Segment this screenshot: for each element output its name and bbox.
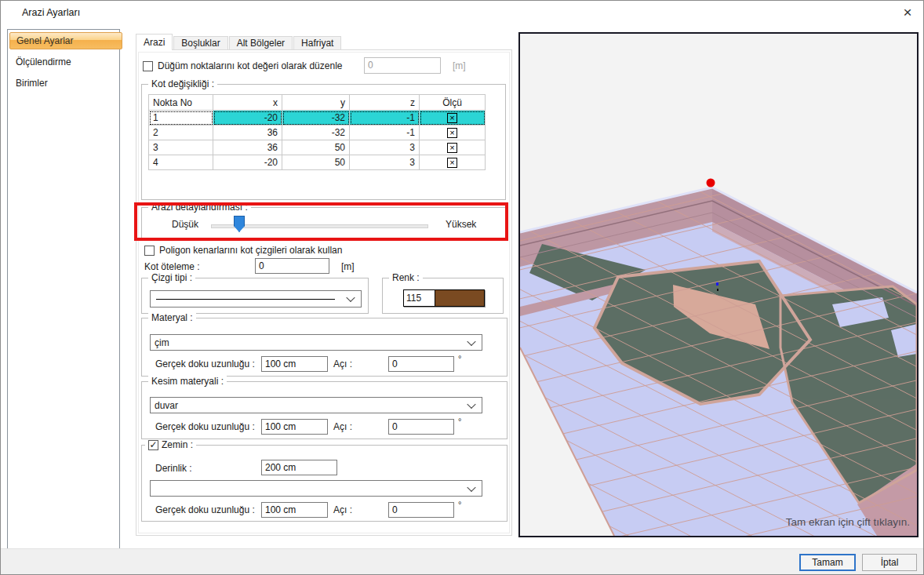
ground-checkbox[interactable]: ✓: [148, 440, 158, 450]
cut-material-value: duvar: [155, 400, 178, 411]
cut-angle-label: Açı :: [333, 421, 352, 432]
material-texture-length-label: Gerçek doku uzunluğu :: [155, 358, 255, 369]
material-angle-input[interactable]: 0: [388, 356, 454, 372]
ground-group: ✓ Zemin : Derinlik : 200 cm Gerçek doku …: [141, 445, 507, 522]
tab-alt-bolgeler[interactable]: Alt Bölgeler: [229, 36, 293, 50]
node-elevation-input[interactable]: 0: [364, 57, 441, 74]
node-elevation-unit: [m]: [453, 60, 466, 71]
depth-input[interactable]: 200 cm: [261, 460, 337, 475]
terrain-detail-group: Arazi detaylandırması : Düşük Yüksek: [141, 207, 506, 239]
node-elevation-label: Düğüm noktalarını kot değeri olarak düze…: [158, 60, 342, 71]
chevron-down-icon: [467, 337, 475, 345]
olcu-checkbox[interactable]: ×: [447, 158, 457, 168]
color-index[interactable]: 115: [404, 290, 435, 306]
color-title: Renk :: [389, 272, 423, 283]
material-combo[interactable]: çim: [150, 334, 482, 351]
material-angle-label: Açı :: [333, 358, 352, 369]
tab-page-arazi: Düğüm noktalarını kot değeri olarak düze…: [136, 49, 512, 536]
col-olcu: Ölçü: [420, 95, 486, 111]
offset-unit: [m]: [341, 261, 355, 272]
black-point-marker: [717, 289, 718, 291]
table-row[interactable]: 1-20-32-1 ×: [149, 111, 486, 126]
tab-bar: Arazi Boşluklar Alt Bölgeler Hafriyat: [136, 35, 342, 50]
dialog-title: Arazi Ayarları: [22, 7, 80, 18]
material-group: Materyal : çim Gerçek doku uzunluğu : 10…: [141, 318, 507, 377]
terrain-3d-scene: Tam ekran için çift tıklayın.: [520, 34, 917, 536]
settings-category-list: Genel Ayarlar Ölçülendirme Birimler: [7, 29, 120, 549]
depth-label: Derinlik :: [155, 463, 192, 474]
ground-material-combo[interactable]: [150, 480, 482, 497]
dialog-footer: [1, 548, 923, 575]
ground-title: Zemin :: [162, 439, 193, 450]
chevron-down-icon: [467, 399, 475, 408]
ground-texture-length-label: Gerçek doku uzunluğu :: [155, 504, 255, 515]
line-type-title: Çizgi tipi :: [148, 272, 195, 283]
tab-arazi[interactable]: Arazi: [136, 34, 173, 50]
chevron-down-icon: [346, 293, 355, 302]
elevation-change-group: Kot değişikliği : Nokta No x y z Ölçü 1-…: [141, 84, 506, 200]
cut-material-combo[interactable]: duvar: [150, 397, 482, 413]
chevron-down-icon: [467, 482, 475, 491]
cut-angle-input[interactable]: 0: [388, 419, 454, 435]
offset-input[interactable]: 0: [255, 258, 329, 274]
cut-material-group: Kesim materyali : duvar Gerçek doku uzun…: [141, 381, 507, 439]
tab-hafriyat[interactable]: Hafriyat: [293, 36, 341, 50]
col-y: y: [282, 95, 350, 111]
olcu-checkbox[interactable]: ×: [447, 113, 457, 123]
elevation-table[interactable]: Nokta No x y z Ölçü 1-20-32-1 × 236-32-1…: [148, 94, 486, 170]
material-degree-sign: °: [458, 354, 461, 363]
sidebar-item-birimler[interactable]: Birimler: [9, 75, 122, 92]
olcu-checkbox[interactable]: ×: [447, 143, 457, 153]
ground-angle-input[interactable]: 0: [388, 502, 454, 518]
color-picker[interactable]: 115: [403, 289, 485, 307]
node-elevation-checkbox[interactable]: [143, 61, 153, 71]
col-x: x: [213, 95, 282, 111]
elevation-change-title: Kot değişikliği :: [148, 78, 217, 89]
col-nokta-no: Nokta No: [149, 95, 213, 111]
sidebar-item-olculendirme[interactable]: Ölçülendirme: [9, 53, 122, 71]
offset-label: Kot öteleme :: [144, 261, 200, 272]
polygon-edges-checkbox[interactable]: [144, 246, 155, 256]
material-texture-length-input[interactable]: 100 cm: [261, 356, 328, 372]
ground-degree-sign: °: [458, 500, 461, 509]
table-header-row: Nokta No x y z Ölçü: [149, 95, 486, 111]
preview-hint-text: Tam ekran için çift tıklayın.: [786, 516, 910, 528]
cut-degree-sign: °: [458, 417, 461, 426]
material-title: Materyal :: [148, 312, 196, 323]
polygon-edges-label: Poligon kenarlarını kot çizgileri olarak…: [159, 245, 342, 256]
cut-texture-length-label: Gerçek doku uzunluğu :: [155, 421, 255, 432]
col-z: z: [350, 95, 420, 111]
cut-material-title: Kesim materyali :: [148, 376, 227, 387]
color-swatch[interactable]: [435, 290, 484, 306]
terrain-settings-dialog: Arazi Ayarları × Genel Ayarlar Ölçülendi…: [0, 0, 924, 575]
detail-slider-thumb[interactable]: [234, 216, 245, 232]
line-type-group: Çizgi tipi :: [141, 278, 369, 314]
table-row[interactable]: 4-20503 ×: [149, 155, 486, 170]
sidebar-item-genel-ayarlar[interactable]: Genel Ayarlar: [9, 32, 122, 49]
olcu-checkbox[interactable]: ×: [447, 128, 457, 138]
table-row[interactable]: 336503 ×: [149, 140, 486, 155]
material-value: çim: [155, 337, 169, 348]
tab-bosluklar[interactable]: Boşluklar: [173, 36, 227, 50]
close-icon[interactable]: ×: [897, 2, 919, 23]
terrain-preview[interactable]: Tam ekran için çift tıklayın.: [518, 32, 919, 537]
table-row[interactable]: 236-32-1 ×: [149, 126, 486, 140]
slider-low-label: Düşük: [172, 219, 198, 230]
blue-point-marker: [716, 282, 718, 286]
red-point-marker: [707, 179, 715, 187]
slider-high-label: Yüksek: [446, 219, 476, 230]
line-type-preview: [156, 299, 335, 300]
ground-header: ✓ Zemin :: [145, 439, 196, 450]
cut-texture-length-input[interactable]: 100 cm: [261, 419, 328, 435]
ground-angle-label: Açı :: [333, 504, 352, 515]
ok-button[interactable]: Tamam: [799, 554, 856, 571]
line-type-combo[interactable]: [150, 290, 362, 308]
color-group: Renk : 115: [382, 278, 504, 314]
terrain-detail-title: Arazi detaylandırması :: [148, 202, 251, 213]
cancel-button[interactable]: İptal: [862, 554, 917, 571]
ground-texture-length-input[interactable]: 100 cm: [261, 502, 328, 518]
